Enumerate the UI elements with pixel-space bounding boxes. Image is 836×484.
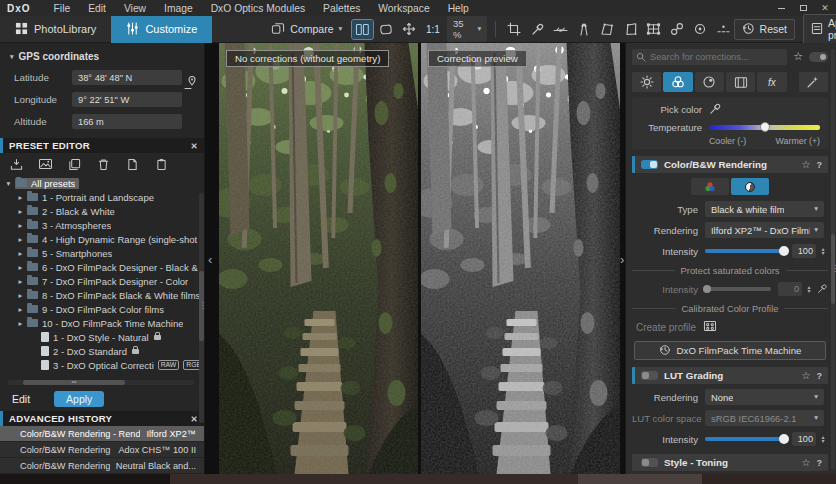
duplicate-preset-icon[interactable] xyxy=(66,157,82,171)
perspective-tool-button[interactable] xyxy=(620,20,640,39)
protect-intensity-slider[interactable] xyxy=(705,287,771,291)
temperature-slider-knob[interactable] xyxy=(760,122,770,132)
zoom-level-select[interactable]: 35 % ▾ xyxy=(447,16,487,42)
lut-color-space-dropdown[interactable]: sRGB IEC61966-2.1 ▾ xyxy=(705,410,824,426)
expand-arrow-icon[interactable]: ▸ xyxy=(16,291,25,300)
lut-rendering-dropdown[interactable]: None ▾ xyxy=(705,389,824,405)
menu-item[interactable]: Edit xyxy=(79,2,115,15)
close-panel-icon[interactable]: ✕ xyxy=(191,414,198,424)
expand-arrow-icon[interactable]: ▸ xyxy=(16,207,25,216)
reset-button[interactable]: Reset xyxy=(734,19,795,40)
protect-intensity-stepper[interactable]: ▴▾ xyxy=(804,285,814,293)
menu-item[interactable]: View xyxy=(115,2,155,15)
preset-tree-item[interactable]: ▸ 6 - DxO FilmPack Designer - Black & Wh… xyxy=(0,260,204,274)
vertical-scrollbar[interactable]: ⋮ xyxy=(199,193,204,423)
tab-customize[interactable]: Customize xyxy=(111,16,212,43)
palette-enable-toggle[interactable] xyxy=(641,371,658,380)
repair-patch-tool-button[interactable] xyxy=(667,20,687,39)
grid-handles-tool-button[interactable] xyxy=(644,20,664,39)
compare-button[interactable]: Compare ▾ xyxy=(264,20,349,39)
intensity-stepper[interactable]: ▴▾ xyxy=(818,247,828,255)
preset-tree-item[interactable]: 1 - DxO Style - Natural xyxy=(0,330,204,344)
favorite-icon[interactable]: ☆ xyxy=(802,159,811,170)
preset-tree-item[interactable]: ▸ 4 - High Dynamic Range (single-shot HD xyxy=(0,232,204,246)
tab-local-adjustments[interactable] xyxy=(799,72,828,92)
slider-knob[interactable] xyxy=(779,246,789,256)
palette-enable-toggle[interactable] xyxy=(641,458,658,467)
rectangle-correction-tool-button[interactable] xyxy=(597,20,617,39)
preset-tree-item[interactable]: ▾ All presets xyxy=(0,176,204,190)
tab-photolibrary[interactable]: PhotoLibrary xyxy=(0,16,111,43)
history-row[interactable]: Color/B&W Rendering - Rende... Ilford XP… xyxy=(0,426,204,442)
panel-visibility-toggle[interactable] xyxy=(809,52,828,62)
tab-detail[interactable] xyxy=(695,72,724,92)
horizontal-scrollbar[interactable]: •• xyxy=(8,380,194,385)
bw-mode-button[interactable] xyxy=(731,178,769,195)
map-pin-icon[interactable] xyxy=(183,75,196,92)
history-row[interactable]: Color/B&W Rendering... Neutral Black and… xyxy=(0,458,204,474)
lut-intensity-stepper[interactable]: ▴▾ xyxy=(818,435,828,443)
create-profile-icon[interactable] xyxy=(703,320,717,334)
right-scrollbar[interactable]: ⋮ xyxy=(831,49,835,470)
apply-preset-button[interactable]: Apply preset xyxy=(803,14,836,44)
edit-button[interactable]: Edit xyxy=(12,393,30,405)
type-dropdown[interactable]: Black & white film ▾ xyxy=(705,201,824,217)
search-input[interactable] xyxy=(632,49,787,65)
apply-button[interactable]: Apply xyxy=(54,391,104,407)
delete-preset-icon[interactable] xyxy=(95,157,111,171)
preset-tree-item[interactable]: ▸ 9 - DxO FilmPack Color films xyxy=(0,302,204,316)
tab-light[interactable] xyxy=(632,72,661,92)
eyedropper-tool-button[interactable] xyxy=(527,20,547,39)
close-panel-icon[interactable]: ✕ xyxy=(191,141,198,151)
favorite-icon[interactable]: ☆ xyxy=(802,457,811,468)
import-preset-icon[interactable] xyxy=(8,157,24,171)
menu-item[interactable]: File xyxy=(45,2,80,15)
protect-eyedropper-icon[interactable] xyxy=(817,283,828,296)
color-mode-button[interactable] xyxy=(691,178,729,195)
preset-tree-item[interactable]: 3 - DxO Optical Corrections onl RAW RGB xyxy=(0,358,204,372)
expand-arrow-icon[interactable]: ▸ xyxy=(16,221,25,230)
menu-item[interactable]: Image xyxy=(155,2,202,15)
copy-preset-icon[interactable] xyxy=(124,157,140,171)
lut-intensity-slider[interactable] xyxy=(705,437,785,441)
gps-value-input[interactable]: 38° 48' 48" N xyxy=(72,70,182,85)
expand-arrow-icon[interactable]: ▸ xyxy=(16,235,25,244)
expand-arrow-icon[interactable]: ▸ xyxy=(16,305,25,314)
preset-tree-item[interactable]: ▸ 3 - Atmospheres xyxy=(0,218,204,232)
favorite-icon[interactable]: ☆ xyxy=(802,370,811,381)
paste-preset-icon[interactable] xyxy=(153,157,169,171)
preview-preset-icon[interactable] xyxy=(37,157,53,171)
preset-tree-item[interactable]: ▸ 7 - DxO FilmPack Designer - Color xyxy=(0,274,204,288)
preset-tree-item[interactable]: ▸ 10 - DxO FilmPack Time Machine xyxy=(0,316,204,330)
time-machine-button[interactable]: DxO FilmPack Time Machine xyxy=(634,341,826,360)
slider-knob[interactable] xyxy=(779,434,789,444)
favorites-filter-icon[interactable]: ☆ xyxy=(793,50,803,63)
preset-tree-item[interactable]: 2 - DxO Standard xyxy=(0,344,204,358)
palette-enable-toggle[interactable] xyxy=(641,160,658,169)
expand-arrow-icon[interactable]: ▸ xyxy=(16,263,25,272)
expand-arrow-icon[interactable]: ▸ xyxy=(16,193,25,202)
pick-color-eyedropper-icon[interactable] xyxy=(709,102,722,117)
previous-image-chevron[interactable]: ‹ xyxy=(208,253,212,266)
preset-tree-item[interactable]: ▸ 1 - Portrait and Landscape xyxy=(0,190,204,204)
tab-color[interactable] xyxy=(663,72,692,92)
gps-value-input[interactable]: 9° 22' 51" W xyxy=(72,92,182,107)
after-image-pane[interactable]: Correction preview xyxy=(421,43,620,474)
rendering-dropdown[interactable]: Ilford XP2™ - DxO FilmPack ▾ xyxy=(705,222,824,238)
preset-tree-item[interactable]: ▸ 5 - Smartphones xyxy=(0,246,204,260)
expand-arrow-icon[interactable]: ▸ xyxy=(16,249,25,258)
expand-arrow-icon[interactable]: ▸ xyxy=(16,277,25,286)
tab-geometry[interactable] xyxy=(726,72,755,92)
lut-intensity-value[interactable]: 100 xyxy=(792,432,816,446)
menu-item[interactable]: Help xyxy=(439,2,478,15)
menu-item[interactable]: Workspace xyxy=(369,2,438,15)
next-image-chevron[interactable]: › xyxy=(620,253,624,266)
protect-intensity-value[interactable]: 0 xyxy=(778,282,802,296)
guides-tool-button[interactable] xyxy=(713,20,733,39)
help-icon[interactable]: ? xyxy=(817,160,823,170)
split-view-button[interactable] xyxy=(352,20,372,39)
gps-section-header[interactable]: ▾ GPS coordinates xyxy=(0,43,204,69)
slider-knob[interactable] xyxy=(703,285,711,293)
help-icon[interactable]: ? xyxy=(817,371,823,381)
horizon-tool-button[interactable] xyxy=(551,20,571,39)
